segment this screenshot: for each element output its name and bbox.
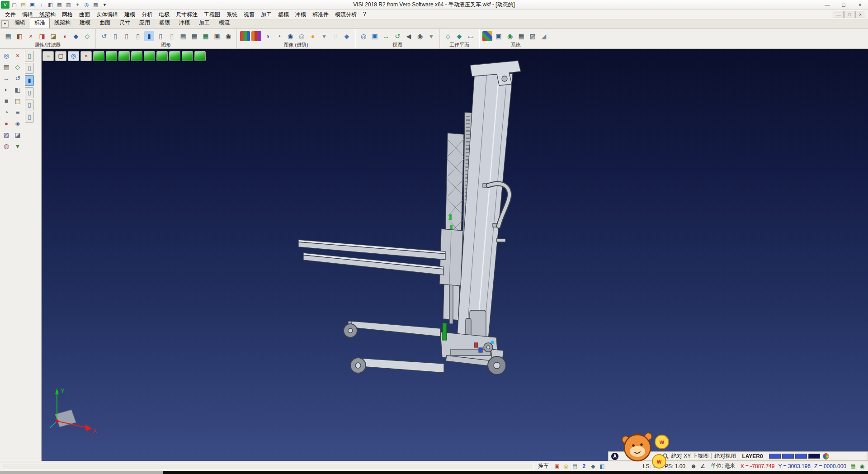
axonometric-view-icon[interactable] — [182, 51, 193, 61]
refresh-icon[interactable]: ↺ — [99, 31, 109, 41]
tab-mold[interactable]: 塑膜 — [155, 17, 175, 28]
grid-config-icon[interactable]: ▦ — [516, 31, 526, 41]
pan-view-icon[interactable]: ↔ — [381, 31, 391, 41]
material-icon[interactable]: ◆ — [342, 31, 352, 41]
mdi-minimize-button[interactable]: — — [834, 11, 844, 18]
table-icon[interactable]: ▦ — [201, 31, 211, 41]
menu-flow-analysis[interactable]: 模流分析 — [332, 9, 360, 20]
attribute-brush-icon[interactable]: ◧ — [14, 31, 24, 41]
wireframe-view-icon[interactable]: ◔ — [274, 31, 284, 41]
rotate-tool-icon[interactable]: ↺ — [13, 73, 23, 83]
open-file-icon[interactable]: ▤ — [19, 1, 28, 9]
clip-section-6-icon[interactable]: ▯ — [25, 112, 34, 123]
preview-icon[interactable]: ◎ — [82, 1, 91, 9]
bulb-icon[interactable]: ● — [308, 31, 318, 41]
menu-help[interactable]: ? — [360, 9, 369, 20]
funnel-icon[interactable]: ▼ — [319, 31, 329, 41]
snap-lock-label[interactable]: 拴车 — [536, 462, 551, 470]
zoom-flag-icon[interactable]: ◎ — [562, 463, 570, 470]
tab-flow[interactable]: 模流 — [214, 17, 234, 28]
trim-tool-icon[interactable]: × — [13, 51, 23, 61]
qat-dropdown-icon[interactable]: ▾ — [100, 1, 109, 9]
grid-icon[interactable]: ▦ — [91, 1, 100, 9]
workplane-align-icon[interactable]: ◆ — [454, 31, 464, 41]
mascot-widget[interactable]: W W — [618, 429, 674, 470]
view-save-icon[interactable]: ▼ — [426, 31, 436, 41]
solid-tool-icon[interactable]: ■ — [1, 96, 11, 106]
hatch-icon[interactable]: ▨ — [528, 31, 538, 41]
crosshair-icon[interactable]: ⊕ — [689, 463, 698, 470]
tab-standard[interactable]: 标准 — [30, 17, 50, 28]
pen-green-icon[interactable]: ◇ — [82, 31, 92, 41]
forks[interactable] — [298, 229, 463, 286]
clip-tool-icon[interactable]: ◪ — [13, 130, 23, 140]
import-icon[interactable]: ↓ — [37, 1, 46, 9]
slope-icon[interactable]: ◢ — [539, 31, 549, 41]
print-icon[interactable]: ▦ — [55, 1, 64, 9]
zoom-tool-icon[interactable]: ◎ — [1, 51, 11, 61]
measure-tool-icon[interactable]: ◔ — [1, 107, 11, 117]
magnet-icon[interactable]: ◖ — [60, 31, 70, 41]
menu-mold[interactable]: 塑模 — [275, 9, 292, 20]
layer-color-swatch-1[interactable] — [769, 454, 781, 459]
curve-tool-icon[interactable]: ◈ — [13, 118, 23, 128]
notes-tool-icon[interactable]: ▤ — [13, 96, 23, 106]
view-orientation-label[interactable]: 绝对 XY 上视图 — [671, 452, 708, 460]
layer-color-swatch-2[interactable] — [782, 454, 794, 459]
zoom-window-icon[interactable]: ▣ — [370, 31, 380, 41]
rgb-bars-alt-icon[interactable] — [251, 31, 261, 41]
copy-icon[interactable]: ▥ — [64, 1, 73, 9]
scene-canvas[interactable]: Y X — [42, 49, 868, 461]
tab-edit[interactable]: 编辑 — [10, 17, 30, 28]
layer-copy-icon[interactable]: ▯ — [122, 31, 132, 41]
back-view-icon[interactable] — [169, 51, 180, 61]
clip-section-1-icon[interactable]: ▯ — [25, 51, 34, 62]
redraw-icon[interactable]: × — [80, 51, 92, 61]
zoom-all-icon[interactable]: ◎ — [359, 31, 368, 41]
point-tool-icon[interactable]: ● — [1, 118, 11, 128]
view-reference-label[interactable]: 绝对视图 — [714, 452, 736, 460]
database-icon[interactable]: ▦ — [189, 31, 199, 41]
snapshot-icon[interactable]: ▣ — [212, 31, 222, 41]
fill-tool-icon[interactable]: ▨ — [1, 130, 11, 140]
delete-attribute-icon[interactable]: × — [26, 31, 36, 41]
clip-section-2-icon[interactable]: ▯ — [25, 63, 34, 74]
edit-flag-icon[interactable]: ▣ — [553, 463, 561, 470]
layer-off-icon[interactable]: ▯ — [167, 31, 177, 41]
camera-icon[interactable]: ◉ — [223, 31, 233, 41]
clip-section-4-icon[interactable]: ▯ — [25, 87, 34, 98]
tab-dimension[interactable]: 尺寸 — [115, 17, 135, 28]
view-previous-icon[interactable]: ◀ — [404, 31, 414, 41]
view-window-icon[interactable]: ▢ — [55, 51, 66, 61]
layer-move-icon[interactable]: ▯ — [133, 31, 143, 41]
layer-color-swatch-3[interactable] — [795, 454, 807, 459]
top-view-icon[interactable] — [118, 51, 130, 61]
workplane-reset-icon[interactable]: ▭ — [466, 31, 476, 41]
menu-die[interactable]: 冲模 — [292, 9, 309, 20]
palette-tool-icon[interactable]: ◍ — [1, 141, 11, 151]
filter-element-icon[interactable]: ◨ — [37, 31, 47, 41]
surface-tool-icon[interactable]: ◧ — [13, 85, 23, 95]
tab-surface[interactable]: 曲面 — [95, 17, 115, 28]
view-cube-icon[interactable]: ◧ — [46, 1, 55, 9]
angle-icon[interactable]: ∠ — [698, 463, 707, 470]
model-forklift[interactable] — [298, 61, 521, 374]
close-button[interactable]: × — [852, 0, 868, 9]
minimize-button[interactable]: — — [819, 0, 835, 9]
workplane-new-icon[interactable]: ◇ — [443, 31, 453, 41]
tab-modeling[interactable]: 建模 — [75, 17, 95, 28]
color-wheel-icon[interactable] — [823, 453, 829, 460]
globe-icon[interactable]: ◉ — [505, 31, 515, 41]
tab-overflow-button[interactable]: ▼ — [1, 20, 9, 28]
visi-logo[interactable]: V — [1, 1, 9, 9]
view-cube-flag-icon[interactable]: ◧ — [598, 463, 606, 470]
plus-icon[interactable]: + — [73, 1, 82, 9]
menu-machining[interactable]: 加工 — [258, 9, 275, 20]
tab-die[interactable]: 冲模 — [175, 17, 194, 28]
tab-application[interactable]: 应用 — [135, 17, 155, 28]
dynamic-view-icon[interactable] — [194, 51, 206, 61]
tab-wireframe[interactable]: 线架构 — [50, 17, 75, 28]
help-2-icon[interactable]: 2 — [580, 463, 588, 470]
layer-new-icon[interactable]: ▯ — [156, 31, 165, 41]
attributes-icon[interactable]: ▤ — [3, 31, 13, 41]
